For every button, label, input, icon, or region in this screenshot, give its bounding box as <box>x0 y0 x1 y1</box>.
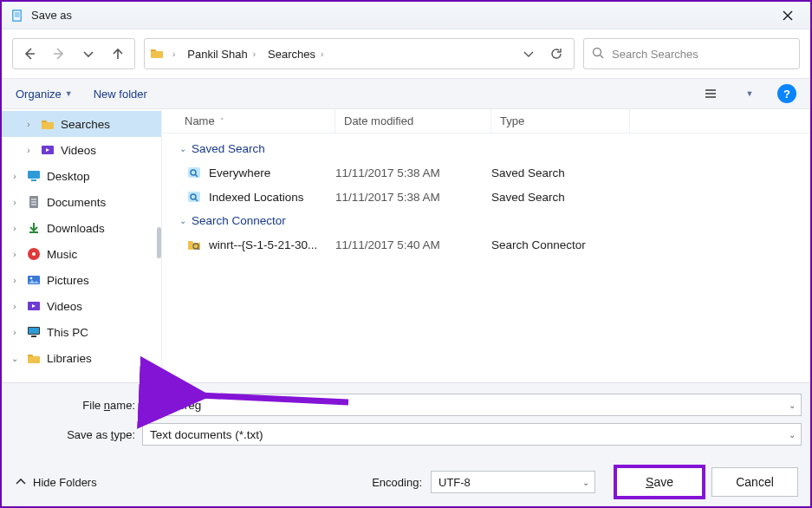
up-button[interactable] <box>105 41 131 67</box>
tree-item-libraries[interactable]: ⌄Libraries <box>2 345 161 371</box>
column-header-date[interactable]: Date modified <box>335 109 491 133</box>
expander-icon[interactable]: › <box>9 250 21 259</box>
tree-item-searches[interactable]: ›Searches <box>2 111 161 137</box>
expander-icon[interactable]: › <box>23 120 35 129</box>
file-row[interactable]: Indexed Locations11/11/2017 5:38 AMSaved… <box>162 185 810 209</box>
tree-item-label: Videos <box>47 300 82 313</box>
expander-icon[interactable]: › <box>9 224 21 233</box>
help-button[interactable]: ? <box>777 84 796 103</box>
column-header-type[interactable]: Type <box>491 109 630 133</box>
command-bar: Organize▼ New folder ▼ ? <box>2 78 810 109</box>
svg-point-23 <box>30 277 33 280</box>
file-name: winrt--{S-1-5-21-30... <box>209 238 317 251</box>
folder-icon <box>40 116 55 132</box>
cancel-button[interactable]: Cancel <box>711 467 798 497</box>
column-header-name[interactable]: Name˄ <box>162 109 335 133</box>
filename-dropdown-icon[interactable]: ⌄ <box>789 401 796 410</box>
monitor-icon <box>26 168 42 184</box>
chevron-up-icon <box>14 474 28 491</box>
savetype-dropdown-icon[interactable]: ⌄ <box>789 430 796 440</box>
filename-input[interactable]: Demo.reg ⌄ <box>142 394 802 416</box>
new-folder-button[interactable]: New folder <box>94 88 147 101</box>
file-date: 11/11/2017 5:40 AM <box>335 238 491 251</box>
group-header[interactable]: ⌄Search Connector <box>162 209 810 232</box>
view-options-button[interactable] <box>699 82 722 105</box>
svg-rect-14 <box>31 179 36 181</box>
encoding-dropdown-icon[interactable]: ⌄ <box>582 478 589 487</box>
video-icon <box>40 142 55 158</box>
expander-icon[interactable]: › <box>9 328 21 337</box>
tree-item-label: Libraries <box>47 352 92 365</box>
file-list-view: Name˄ Date modified Type ⌄Saved SearchEv… <box>162 109 810 382</box>
file-row[interactable]: winrt--{S-1-5-21-30...11/11/2017 5:40 AM… <box>162 232 810 257</box>
window-title: Save as <box>31 9 72 22</box>
tree-item-desktop[interactable]: ›Desktop <box>2 163 161 189</box>
tree-item-label: Desktop <box>47 170 90 183</box>
tree-item-videos1[interactable]: ›Videos <box>2 137 161 163</box>
savetype-select[interactable]: Text documents (*.txt) ⌄ <box>142 423 802 446</box>
svg-point-21 <box>32 252 36 256</box>
tree-item-label: Pictures <box>47 274 89 287</box>
breadcrumb-item-1[interactable]: Searches› <box>264 45 328 63</box>
breadcrumb-item-0[interactable]: Pankil Shah› <box>184 45 261 63</box>
doc-icon <box>26 194 42 210</box>
svg-point-7 <box>594 48 601 55</box>
encoding-select[interactable]: UTF-8 ⌄ <box>431 471 595 493</box>
nav-buttons-group <box>12 38 135 69</box>
hide-folders-button[interactable]: Hide Folders <box>14 474 97 491</box>
expander-icon[interactable]: › <box>9 172 21 181</box>
tree-item-label: Videos <box>61 144 96 157</box>
tree-item-pictures[interactable]: ›Pictures <box>2 267 161 293</box>
refresh-button[interactable] <box>544 42 568 66</box>
file-row[interactable]: Everywhere11/11/2017 5:38 AMSaved Search <box>162 160 810 185</box>
file-type: Saved Search <box>491 166 630 179</box>
svg-rect-27 <box>31 335 36 337</box>
organize-menu[interactable]: Organize▼ <box>16 88 73 101</box>
expander-icon[interactable]: › <box>9 276 21 285</box>
notepad-icon <box>10 9 24 23</box>
group-header[interactable]: ⌄Saved Search <box>162 137 810 160</box>
address-bar[interactable]: › Pankil Shah› Searches› <box>144 38 575 69</box>
address-history-button[interactable] <box>516 42 541 66</box>
dialog-footer: Hide Folders Encoding: UTF-8 ⌄ Save Canc… <box>2 458 810 506</box>
picture-icon <box>26 272 42 288</box>
back-button[interactable] <box>16 41 42 67</box>
file-name: Indexed Locations <box>209 191 304 204</box>
expander-icon[interactable]: › <box>23 146 35 155</box>
svg-rect-26 <box>29 328 39 334</box>
file-date: 11/11/2017 5:38 AM <box>335 166 491 179</box>
svg-line-8 <box>601 55 604 58</box>
tree-scrollbar-thumb[interactable] <box>157 227 161 258</box>
forward-button[interactable] <box>46 41 72 67</box>
search-input[interactable] <box>610 47 792 62</box>
expander-icon[interactable]: ⌄ <box>9 354 21 363</box>
chevron-down-icon: ⌄ <box>179 216 186 225</box>
tree-item-label: This PC <box>47 326 88 339</box>
folder-icon <box>26 350 42 366</box>
file-date: 11/11/2017 5:38 AM <box>335 191 491 204</box>
filename-value: Demo.reg <box>150 399 201 412</box>
svg-rect-28 <box>188 167 200 178</box>
tree-item-documents[interactable]: ›Documents <box>2 189 161 215</box>
recent-locations-button[interactable] <box>75 41 101 67</box>
tree-item-downloads[interactable]: ›Downloads <box>2 215 161 241</box>
navigation-row: › Pankil Shah› Searches› <box>2 29 810 78</box>
group-title: Search Connector <box>192 214 286 227</box>
tree-item-videos2[interactable]: ›Videos <box>2 293 161 319</box>
close-button[interactable] <box>770 3 805 28</box>
breadcrumb-sep-0[interactable]: › <box>167 47 180 62</box>
search-box[interactable] <box>583 38 800 69</box>
tree-item-label: Music <box>47 248 77 261</box>
group-title: Saved Search <box>192 142 265 155</box>
file-type: Search Connector <box>491 238 630 251</box>
view-options-dropdown[interactable]: ▼ <box>743 82 757 105</box>
expander-icon[interactable]: › <box>9 198 21 207</box>
music-icon <box>26 246 42 262</box>
expander-icon[interactable]: › <box>9 302 21 311</box>
save-button[interactable]: Save <box>616 467 703 497</box>
nav-tree[interactable]: ›Searches›Videos›Desktop›Documents›Downl… <box>2 109 162 382</box>
titlebar: Save as <box>2 2 810 29</box>
tree-item-thispc[interactable]: ›This PC <box>2 319 161 345</box>
pc-icon <box>26 324 42 340</box>
tree-item-music[interactable]: ›Music <box>2 241 161 267</box>
